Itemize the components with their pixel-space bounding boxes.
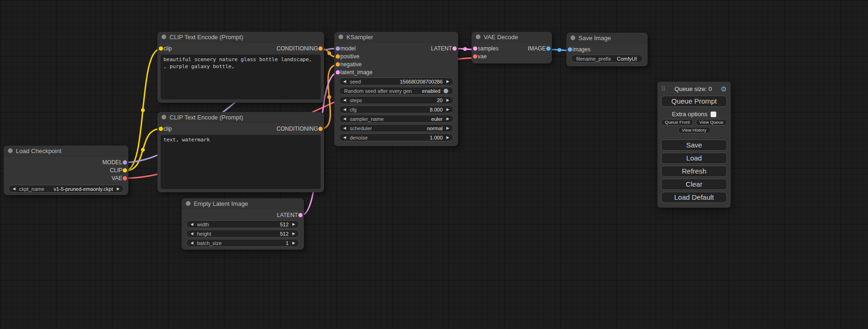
refresh-button[interactable]: Refresh [661, 166, 727, 177]
node-title-bar[interactable]: Empty Latent Image [182, 198, 304, 209]
widget-value: enabled [422, 88, 440, 94]
increment-arrow-icon[interactable]: ▶ [445, 80, 450, 84]
node-clip-text-encode-positive[interactable]: CLIP Text Encode (Prompt) clip CONDITION… [157, 32, 324, 103]
input-dot-positive[interactable] [336, 54, 340, 58]
positive-prompt-textarea[interactable]: beautiful scenery nature glass bottle la… [161, 55, 321, 99]
view-queue-button[interactable]: View Queue [696, 119, 727, 126]
node-title-bar[interactable]: Load Checkpoint [4, 146, 128, 156]
decrement-arrow-icon[interactable]: ◀ [342, 117, 347, 121]
widget-seed[interactable]: ◀ seed 156680208700286 ▶ [339, 77, 453, 85]
queue-front-button[interactable]: Queue Front [661, 119, 693, 126]
widget-sampler-name[interactable]: ◀ sampler_name euler ▶ [339, 115, 453, 123]
widget-label: Random seed after every gen [344, 88, 422, 94]
input-dot-negative[interactable] [336, 62, 340, 66]
node-ksampler[interactable]: KSampler model LATENT positive negative … [334, 32, 458, 146]
widget-height[interactable]: ◀ height 512 ▶ [186, 230, 299, 238]
node-vae-decode[interactable]: VAE Decode samples IMAGE vae [472, 32, 552, 63]
widget-filename-prefix[interactable]: filename_prefix ComfyUI [571, 55, 643, 63]
output-dot-latent[interactable] [452, 46, 457, 50]
increment-arrow-icon[interactable]: ▶ [445, 126, 450, 130]
output-label-latent: LATENT [277, 212, 298, 218]
collapse-dot[interactable] [186, 201, 191, 206]
queue-prompt-button[interactable]: Queue Prompt [661, 96, 727, 107]
node-title-bar[interactable]: CLIP Text Encode (Prompt) [157, 112, 324, 123]
load-button[interactable]: Load [661, 153, 727, 164]
increment-arrow-icon[interactable]: ▶ [291, 241, 296, 245]
widget-random-seed-toggle[interactable]: Random seed after every gen enabled [339, 87, 453, 95]
decrement-arrow-icon[interactable]: ◀ [342, 126, 347, 130]
input-dot-vae[interactable] [473, 54, 477, 58]
output-dot-conditioning[interactable] [318, 126, 323, 131]
widget-denoise[interactable]: ◀ denoise 1.000 ▶ [339, 133, 453, 141]
collapse-dot[interactable] [339, 35, 343, 39]
clear-button[interactable]: Clear [661, 179, 727, 190]
widget-cfg[interactable]: ◀ cfg 8.000 ▶ [339, 105, 453, 113]
increment-arrow-icon[interactable]: ▶ [445, 108, 450, 112]
node-body: model LATENT positive negative latent_im… [334, 42, 458, 141]
node-load-checkpoint[interactable]: Load Checkpoint MODEL CLIP VAE ◀ ckpt_na… [4, 146, 128, 195]
output-dot-model[interactable] [123, 160, 127, 164]
output-label-conditioning: CONDITIONING [276, 126, 318, 132]
widget-steps[interactable]: ◀ steps 20 ▶ [339, 96, 453, 104]
gear-icon[interactable]: ⚙ [721, 85, 727, 92]
input-dot-images[interactable] [568, 47, 572, 51]
slot-row: VAE [4, 174, 128, 182]
collapse-dot[interactable] [162, 35, 166, 39]
node-clip-text-encode-negative[interactable]: CLIP Text Encode (Prompt) clip CONDITION… [157, 112, 324, 192]
increment-arrow-icon[interactable]: ▶ [116, 187, 120, 191]
node-title-bar[interactable]: CLIP Text Encode (Prompt) [157, 32, 324, 42]
decrement-arrow-icon[interactable]: ◀ [190, 241, 194, 245]
history-button-row: View History [661, 127, 727, 133]
collapse-dot[interactable] [162, 115, 166, 119]
node-title-bar[interactable]: VAE Decode [472, 32, 552, 42]
output-dot-latent[interactable] [298, 213, 303, 217]
collapse-dot[interactable] [8, 148, 13, 153]
load-default-button[interactable]: Load Default [661, 192, 727, 203]
output-dot-image[interactable] [546, 46, 550, 50]
slot-row: latent_image [334, 68, 458, 76]
extra-options-checkbox[interactable] [711, 112, 716, 117]
increment-arrow-icon[interactable]: ▶ [291, 223, 296, 226]
decrement-arrow-icon[interactable]: ◀ [342, 98, 347, 102]
save-button[interactable]: Save [661, 140, 727, 151]
decrement-arrow-icon[interactable]: ◀ [190, 223, 194, 226]
output-dot-clip[interactable] [123, 168, 127, 172]
widget-scheduler[interactable]: ◀ scheduler normal ▶ [339, 124, 453, 132]
increment-arrow-icon[interactable]: ▶ [291, 232, 296, 236]
increment-arrow-icon[interactable]: ▶ [445, 136, 450, 140]
input-dot-latent-image[interactable] [336, 70, 340, 74]
decrement-arrow-icon[interactable]: ◀ [12, 187, 16, 191]
queue-buttons-row: Queue Front View Queue [661, 119, 727, 126]
widget-ckpt-name[interactable]: ◀ ckpt_name v1-5-pruned-emaonly.ckpt ▶ [8, 185, 124, 193]
input-label-clip: clip [163, 45, 172, 52]
decrement-arrow-icon[interactable]: ◀ [342, 108, 347, 112]
widget-batch-size[interactable]: ◀ batch_size 1 ▶ [186, 239, 299, 247]
node-title-bar[interactable]: KSampler [334, 32, 458, 42]
view-history-button[interactable]: View History [678, 127, 711, 133]
collapse-dot[interactable] [571, 35, 575, 40]
node-body: clip CONDITIONING beautiful scenery natu… [157, 42, 324, 99]
input-label-positive: positive [340, 53, 360, 60]
increment-arrow-icon[interactable]: ▶ [445, 98, 450, 102]
output-label-latent: LATENT [431, 45, 452, 52]
node-empty-latent-image[interactable]: Empty Latent Image LATENT ◀ width 512 ▶ … [182, 198, 304, 250]
increment-arrow-icon[interactable]: ▶ [445, 117, 450, 121]
widget-width[interactable]: ◀ width 512 ▶ [186, 220, 299, 228]
node-title-bar[interactable]: Save Image [566, 33, 648, 43]
drag-handle-icon[interactable]: ⠿ [661, 85, 666, 92]
output-dot-conditioning[interactable] [318, 46, 323, 50]
input-dot-model[interactable] [336, 46, 340, 50]
input-dot-clip[interactable] [159, 126, 163, 131]
input-dot-samples[interactable] [473, 46, 477, 50]
toggle-dot[interactable] [444, 89, 448, 93]
input-dot-clip[interactable] [159, 46, 163, 50]
decrement-arrow-icon[interactable]: ◀ [190, 232, 194, 236]
negative-prompt-textarea[interactable]: text, watermark [161, 135, 321, 189]
node-save-image[interactable]: Save Image images filename_prefix ComfyU… [566, 33, 648, 66]
output-dot-vae[interactable] [123, 176, 127, 180]
graph-canvas[interactable]: Load Checkpoint MODEL CLIP VAE ◀ ckpt_na… [0, 0, 868, 329]
output-label-conditioning: CONDITIONING [276, 45, 318, 52]
decrement-arrow-icon[interactable]: ◀ [342, 80, 347, 84]
decrement-arrow-icon[interactable]: ◀ [342, 136, 347, 140]
collapse-dot[interactable] [476, 35, 480, 39]
